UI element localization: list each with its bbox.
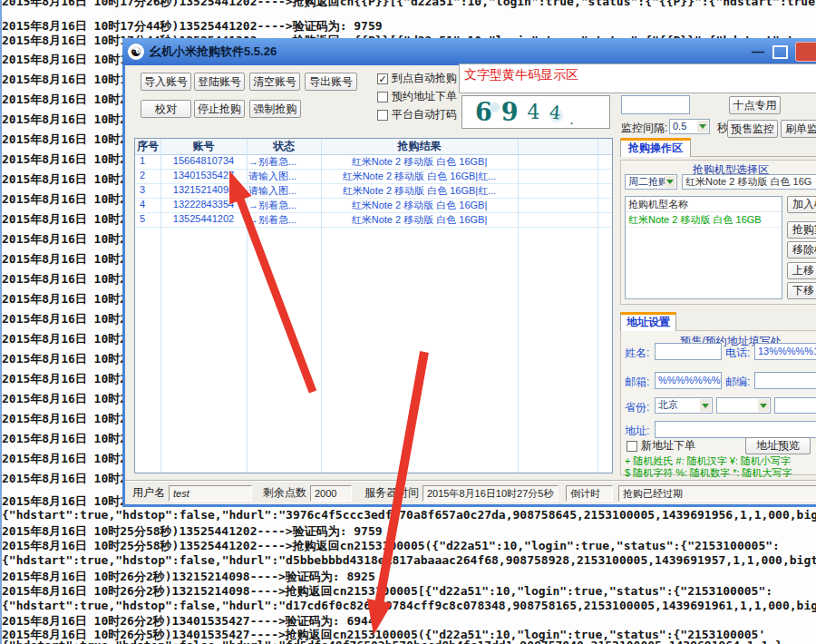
move-up-button[interactable]: 上移 — [787, 262, 816, 279]
ten-oclock-button[interactable]: 十点专用 — [729, 96, 781, 114]
force-purchase-button[interactable]: 强制抢购 — [249, 100, 301, 118]
presale-monitor-button[interactable]: 预售监控 — [727, 120, 778, 138]
checkbox-icon[interactable] — [377, 92, 388, 102]
table-cell: →别着急... — [247, 213, 321, 228]
district-select[interactable] — [774, 397, 816, 414]
province-select[interactable]: 北京 — [655, 397, 713, 414]
random-legend-line2: $ 随机字符 %: 随机数字 *: 随机大写字 — [625, 466, 792, 480]
table-row[interactable]: 513525441202→别着急...红米Note 2 移动版 白色 16GB| — [135, 213, 518, 228]
checkbox-icon[interactable] — [627, 441, 637, 452]
points-value: 2000 — [310, 485, 352, 502]
chevron-down-icon[interactable] — [697, 121, 708, 132]
log-line: 2015年8月16日 10时2 — [2, 251, 123, 268]
remove-model-button[interactable]: 移除机 — [787, 241, 816, 259]
table-cell: 3 — [135, 184, 160, 199]
accounts-table[interactable]: 序号 账号 状态 抢购结果 115664810734→别着急...红米Note … — [134, 138, 613, 473]
close-button[interactable] — [795, 42, 816, 62]
app-window: ☯ 幺机小米抢购软件5.5.26 — 导入账号 登陆账号 清空账号 导出账号 校… — [122, 38, 816, 507]
verify-button[interactable]: 校对 — [141, 100, 191, 118]
yin-yang-icon: ☯ — [128, 44, 144, 60]
option-new-address[interactable]: 新地址下单 — [627, 438, 695, 454]
log-line: 2015年8月16日 10时17 — [2, 72, 123, 88]
log-line: 2015年8月16日 10时2 — [2, 151, 123, 168]
log-line: 2015年8月16日 10时2 — [2, 351, 123, 367]
stop-purchase-button[interactable]: 停止抢购 — [194, 100, 245, 118]
log-line: {"hdstart":true,"hdstop":false,"hdurl":"… — [2, 508, 816, 522]
email-field[interactable]: %%%%%%%%@163. — [655, 372, 722, 389]
login-accounts-button[interactable]: 登陆账号 — [194, 73, 245, 91]
phone-field[interactable]: 13%%%%%1234 — [754, 343, 816, 360]
captcha-digit: 4 — [548, 101, 561, 123]
zip-label: 邮编: — [725, 375, 750, 390]
checkbox-checked-icon[interactable]: ✓ — [377, 73, 388, 84]
schedule-select[interactable]: 周二抢购 — [625, 174, 677, 190]
purchase-reset-button[interactable]: 抢购重 — [787, 221, 816, 239]
export-accounts-button[interactable]: 导出账号 — [305, 73, 357, 91]
name-field[interactable] — [655, 343, 722, 360]
log-line: 2015年8月16日 10时2 — [2, 271, 123, 288]
table-cell: 2 — [135, 170, 160, 184]
add-model-button[interactable]: 加入机 — [787, 196, 816, 213]
table-cell: 13525441202 — [160, 213, 247, 228]
import-accounts-button[interactable]: 导入账号 — [141, 73, 191, 91]
option-auto-captcha[interactable]: 平台自动打码 — [377, 107, 457, 122]
table-cell: 红米Note 2 移动版 白色 16GB|红... — [321, 170, 518, 184]
clear-accounts-button[interactable]: 清空账号 — [249, 73, 300, 91]
move-down-button[interactable]: 下移 — [787, 282, 816, 299]
chevron-down-icon[interactable] — [700, 399, 711, 412]
model-list-item[interactable]: 红米Note 2 移动版 白色 16GB — [626, 212, 782, 228]
table-row[interactable]: 313215214098请输入图...红米Note 2 移动版 白色 16GB|… — [135, 184, 518, 199]
screen: 2015年8月16日 10时17分26秒)13525441202---->抢购返… — [0, 0, 816, 644]
grid-line — [597, 139, 598, 473]
table-cell: →别着急... — [247, 155, 321, 170]
chevron-down-icon[interactable] — [665, 176, 675, 188]
table-cell: 13215214098 — [160, 184, 247, 199]
table-row[interactable]: 213401535427请输入图...红米Note 2 移动版 白色 16GB|… — [135, 170, 518, 184]
title-bar[interactable]: ☯ 幺机小米抢购软件5.5.26 — — [122, 38, 816, 65]
model-list[interactable]: 抢购机型名称 红米Note 2 移动版 白色 16GB — [625, 196, 782, 299]
option-reserve-address[interactable]: 预约地址下单 — [377, 89, 457, 104]
table-cell: →别着急... — [247, 199, 321, 213]
log-line: 2015年8月16日 10时2 — [2, 132, 123, 148]
checkbox-icon[interactable] — [377, 110, 388, 121]
log-line: 2015年8月16日 10时2 — [2, 191, 123, 208]
column-header: 账号 — [160, 139, 247, 154]
tab-address-settings[interactable]: 地址设置 — [620, 312, 676, 331]
table-cell: 请输入图... — [247, 170, 321, 184]
maximize-button[interactable] — [772, 45, 788, 59]
scalper-code-display: 文字型黄牛码显示区 — [459, 63, 816, 93]
captcha-digit: 6 — [475, 98, 492, 126]
table-row[interactable]: 115664810734→别着急...红米Note 2 移动版 白色 16GB| — [135, 155, 518, 170]
username-value: test — [169, 485, 252, 502]
chevron-down-icon[interactable] — [758, 399, 769, 412]
option-label: 预约地址下单 — [392, 89, 457, 104]
log-line: 2015年8月16日 10时2 — [2, 431, 123, 447]
captcha-image: 6 9 4 4 . — [461, 95, 610, 129]
table-row[interactable]: 413222843354→别着急...红米Note 2 移动版 白色 16GB| — [135, 199, 518, 213]
captcha-input[interactable] — [621, 95, 690, 114]
table-cell: 4 — [135, 199, 160, 213]
captcha-digit: 4 — [528, 101, 540, 123]
brush-monitor-button[interactable]: 刷单监控 — [781, 120, 816, 138]
table-cell: 红米Note 2 移动版 白色 16GB| — [321, 199, 518, 213]
table-cell: 13401535427 — [160, 170, 247, 184]
purchase-status: 抢购已经过期 — [618, 485, 816, 502]
grid-line — [518, 139, 519, 473]
model-select[interactable]: 红米Note 2 移动版 白色 16G — [682, 174, 816, 190]
address-preview-button[interactable]: 地址预览 — [745, 437, 811, 454]
monitor-interval-select[interactable]: 0.5 — [669, 119, 710, 134]
city-select[interactable] — [716, 397, 771, 414]
zip-field[interactable] — [754, 372, 816, 389]
address-field[interactable] — [655, 421, 816, 438]
minimize-button[interactable]: — — [751, 44, 765, 59]
tab-purchase-operations[interactable]: 抢购操作区 — [620, 138, 691, 157]
log-line: {"hdstart":true,"hdstop":false,"hdurl":"… — [2, 639, 782, 644]
option-label: 平台自动打码 — [392, 107, 457, 122]
column-header: 抢购结果 — [321, 139, 518, 154]
option-auto-purchase[interactable]: ✓ 到点自动抢购 — [377, 71, 457, 86]
log-line: 2015年8月16日 10时17分26秒)13525441202---->抢购返… — [2, 0, 816, 10]
server-time-value: 2015年8月16日10时27分5秒 — [423, 485, 559, 502]
schedule-value: 周二抢购 — [628, 176, 668, 187]
points-label: 剩余点数 — [263, 485, 306, 501]
option-label: 到点自动抢购 — [392, 71, 457, 86]
